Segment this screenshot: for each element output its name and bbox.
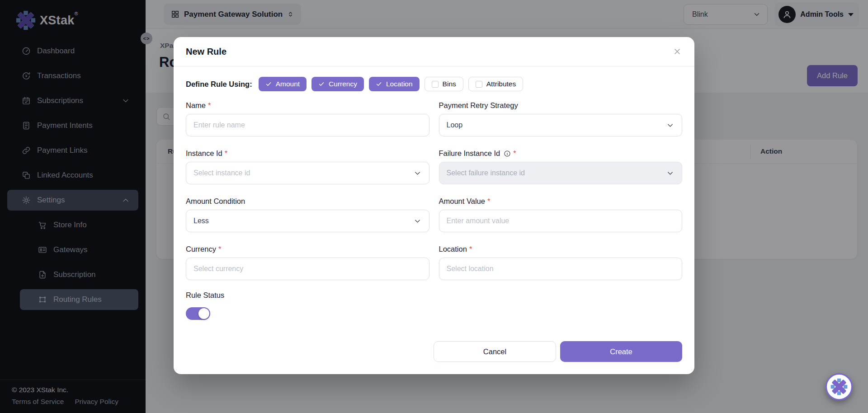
toggle-knob (198, 308, 209, 319)
field-amount-condition: Amount Condition Less (186, 197, 429, 232)
toggle-attributes[interactable]: Attributes (468, 77, 523, 91)
cancel-button[interactable]: Cancel (434, 341, 556, 362)
chevron-down-icon (666, 121, 675, 130)
new-rule-modal: New Rule Define Rule Using: Amount Curre… (174, 37, 694, 374)
location-label: Location (439, 245, 467, 253)
toggle-label: Bins (443, 80, 456, 88)
failure-instance-id-label: Failure Instance Id (439, 149, 500, 158)
required-asterisk: * (225, 149, 227, 158)
failure-instance-id-select: Select failure instance id (439, 162, 683, 184)
toggle-label: Currency (329, 80, 357, 88)
toggle-amount[interactable]: Amount (259, 77, 307, 91)
failure-instance-id-placeholder: Select failure instance id (447, 169, 525, 177)
rule-status-block: Rule Status (186, 291, 682, 320)
modal-header: New Rule (174, 37, 694, 66)
field-currency: Currency* (186, 245, 429, 280)
xstak-floating-button[interactable] (826, 373, 853, 400)
toggle-bins[interactable]: Bins (425, 77, 463, 91)
retry-strategy-label: Payment Retry Strategy (439, 101, 518, 110)
name-label: Name (186, 101, 206, 110)
retry-strategy-select[interactable]: Loop (439, 114, 683, 136)
field-location: Location* (439, 245, 683, 280)
instance-id-select[interactable]: Select instance id (186, 162, 429, 184)
define-rule-row: Define Rule Using: Amount Currency Locat… (186, 77, 682, 91)
rule-status-label: Rule Status (186, 291, 224, 300)
chevron-down-icon (666, 169, 675, 178)
field-amount-value: Amount Value* (439, 197, 683, 232)
required-asterisk: * (218, 245, 221, 253)
chevron-down-icon (413, 217, 422, 225)
toggle-currency[interactable]: Currency (311, 77, 364, 91)
instance-id-placeholder: Select instance id (193, 169, 250, 177)
xstak-logo-icon (830, 378, 848, 396)
info-icon[interactable] (504, 150, 511, 157)
check-icon (318, 81, 325, 87)
field-name: Name* (186, 101, 429, 136)
rule-form: Name* Payment Retry Strategy Loop Instan… (186, 101, 682, 280)
toggle-label: Location (386, 80, 413, 88)
currency-input[interactable] (186, 258, 429, 280)
required-asterisk: * (513, 149, 516, 158)
toggle-label: Attributes (486, 80, 516, 88)
required-asterisk: * (208, 101, 211, 110)
close-button[interactable] (671, 45, 684, 58)
instance-id-label: Instance Id (186, 149, 222, 158)
checkbox-empty-icon (432, 81, 439, 88)
amount-value-input[interactable] (439, 210, 683, 232)
rule-name-input[interactable] (186, 114, 429, 136)
toggle-label: Amount (276, 80, 300, 88)
field-failure-instance-id: Failure Instance Id * Select failure ins… (439, 149, 683, 184)
amount-condition-value: Less (193, 217, 209, 225)
field-instance-id: Instance Id* Select instance id (186, 149, 429, 184)
modal-footer: Cancel Create (434, 341, 682, 362)
create-button[interactable]: Create (560, 341, 682, 362)
modal-title: New Rule (186, 47, 226, 57)
toggle-location[interactable]: Location (369, 77, 420, 91)
checkbox-empty-icon (476, 81, 482, 88)
check-icon (265, 81, 272, 87)
retry-strategy-value: Loop (447, 121, 463, 129)
check-icon (376, 81, 382, 87)
required-asterisk: * (469, 245, 472, 253)
currency-label: Currency (186, 245, 216, 253)
app-root: XStak® Dashboard ¥ Transactions Subscrip… (0, 0, 868, 413)
amount-condition-select[interactable]: Less (186, 210, 429, 232)
modal-body: Define Rule Using: Amount Currency Locat… (174, 66, 694, 320)
define-rule-label: Define Rule Using: (186, 80, 252, 89)
close-icon (673, 47, 682, 56)
amount-value-label: Amount Value (439, 197, 485, 206)
field-retry-strategy: Payment Retry Strategy Loop (439, 101, 683, 136)
rule-status-toggle[interactable] (186, 307, 210, 320)
location-input[interactable] (439, 258, 683, 280)
chevron-down-icon (413, 169, 422, 178)
amount-condition-label: Amount Condition (186, 197, 245, 206)
required-asterisk: * (487, 197, 490, 206)
